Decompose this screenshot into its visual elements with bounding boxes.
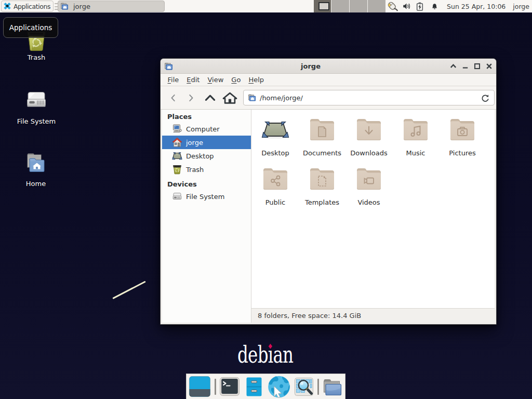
file-item-label: Public: [265, 198, 285, 206]
close-button[interactable]: [485, 62, 493, 71]
maximize-button-icon: [473, 62, 481, 70]
folder-music-icon: [402, 117, 429, 142]
trash-icon: [172, 164, 182, 175]
sidebar-item-file-system[interactable]: File System: [162, 190, 251, 203]
menu-help[interactable]: Help: [245, 75, 268, 85]
menu-file[interactable]: File: [164, 75, 183, 85]
shade-button-icon: [449, 62, 457, 70]
desktop-icon-label: File System: [17, 117, 56, 125]
sidebar-header-places: Places: [162, 111, 251, 122]
location-bar[interactable]: /home/jorge/: [243, 90, 495, 105]
sidebar-item-trash[interactable]: Trash: [162, 163, 251, 176]
notification-bell-icon[interactable]: [431, 3, 438, 10]
minimize-button[interactable]: [461, 62, 469, 71]
file-item-downloads[interactable]: Downloads: [345, 115, 392, 164]
workspace-3[interactable]: [349, 0, 367, 12]
workspace-2[interactable]: [331, 0, 349, 12]
desktop-icon-file-system[interactable]: File System: [11, 91, 61, 125]
file-item-videos[interactable]: Videos: [345, 164, 392, 214]
file-grid: DesktopDocumentsDownloadsMusicPicturesPu…: [252, 115, 486, 214]
sidebar-item-label: Desktop: [186, 152, 214, 160]
tooltip-label: Applications: [9, 23, 52, 32]
window-title: jorge: [230, 62, 391, 70]
taskbar-window-button[interactable]: jorge: [58, 1, 165, 12]
menubar: FileEditViewGoHelp: [161, 74, 496, 86]
applications-menu-button[interactable]: Applications: [1, 1, 54, 12]
file-view[interactable]: DesktopDocumentsDownloadsMusicPicturesPu…: [251, 110, 495, 308]
maximize-button[interactable]: [473, 62, 481, 71]
folder-icon: [60, 2, 69, 10]
mouse-tray-icon-icon: [387, 1, 398, 11]
dock-globe-icon: [268, 376, 290, 398]
top-panel: Applications jorge Sun 25 Apr, 10:06 jor…: [0, 0, 532, 13]
xfce-logo-icon: [3, 2, 11, 10]
drive-icon: [172, 191, 182, 202]
workspace-switcher[interactable]: [314, 0, 385, 12]
menu-view[interactable]: View: [204, 75, 228, 85]
dock-separator: [215, 379, 216, 395]
workspace-window-preview: [318, 2, 329, 10]
up-button[interactable]: [204, 93, 216, 103]
desktop-stray-line: [112, 281, 145, 299]
home-folder-icon: [24, 151, 47, 174]
sidebar-item-jorge[interactable]: jorge: [162, 136, 251, 149]
workspace-1[interactable]: [314, 0, 331, 12]
dock-panel: [186, 374, 345, 399]
desktop-icon: [261, 120, 290, 139]
minimize-button-icon: [461, 62, 469, 70]
file-manager-folder-icon[interactable]: [323, 378, 342, 396]
sidebar-item-desktop[interactable]: Desktop: [162, 149, 251, 163]
statusbar: 8 folders, Free space: 14.4 GiB: [251, 308, 495, 323]
main-column: DesktopDocumentsDownloadsMusicPicturesPu…: [251, 110, 495, 323]
menu-go[interactable]: Go: [228, 75, 245, 85]
close-button-icon: [485, 62, 493, 70]
file-item-templates[interactable]: Templates: [299, 164, 345, 214]
panel-username[interactable]: jorge: [513, 3, 529, 10]
file-cabinet-icon[interactable]: [246, 377, 262, 396]
folder-public-icon: [262, 166, 289, 191]
sidebar-item-computer[interactable]: Computer: [162, 122, 251, 136]
volume-icon[interactable]: [402, 2, 411, 11]
shade-button[interactable]: [449, 62, 457, 71]
battery-icon-icon: [416, 2, 423, 11]
file-item-label: Documents: [303, 149, 341, 157]
battery-icon[interactable]: [416, 2, 423, 11]
path-folder-icon: [248, 94, 256, 102]
location-path: /home/jorge/: [260, 94, 303, 102]
panel-clock[interactable]: Sun 25 Apr, 10:06: [447, 3, 506, 10]
desktop-icon: [172, 151, 182, 161]
sidebar-item-label: Trash: [186, 166, 204, 174]
file-item-label: Downloads: [350, 149, 387, 157]
back-button[interactable]: [169, 93, 177, 103]
debian-wordmark: debıan: [237, 341, 293, 368]
mouse-tray-icon[interactable]: [387, 1, 398, 11]
forward-button[interactable]: [187, 93, 195, 103]
folder-document-icon: [309, 117, 336, 142]
web-browser-globe-icon[interactable]: [268, 376, 290, 398]
dock-appfinder-icon: [295, 378, 313, 396]
file-item-pictures[interactable]: Pictures: [439, 115, 486, 164]
window-titlebar[interactable]: jorge: [161, 59, 496, 74]
hard-drive-icon: [24, 91, 48, 111]
terminal-icon[interactable]: [220, 377, 240, 396]
file-item-documents[interactable]: Documents: [299, 115, 345, 164]
notification-bell-icon-icon: [431, 3, 438, 10]
file-item-public[interactable]: Public: [252, 164, 299, 214]
file-item-desktop[interactable]: Desktop: [252, 115, 299, 164]
toolbar: /home/jorge/: [161, 86, 496, 110]
menu-edit[interactable]: Edit: [183, 75, 204, 85]
taskbar-window-label: jorge: [73, 3, 90, 10]
desktop-icon-label: Home: [26, 180, 46, 188]
desktop-icon-home[interactable]: Home: [11, 151, 61, 188]
folder-pictures-icon: [449, 117, 476, 142]
file-item-label: Desktop: [261, 149, 289, 157]
dock-separator: [317, 379, 319, 395]
home-button[interactable]: [222, 92, 237, 104]
reload-button[interactable]: [481, 94, 490, 103]
wordmark-text: deb: [237, 341, 268, 368]
show-desktop-icon[interactable]: [189, 376, 210, 397]
file-item-music[interactable]: Music: [392, 115, 439, 164]
workspace-4[interactable]: [367, 0, 385, 12]
window-folder-icon: [164, 62, 173, 71]
app-finder-icon[interactable]: [295, 378, 313, 396]
